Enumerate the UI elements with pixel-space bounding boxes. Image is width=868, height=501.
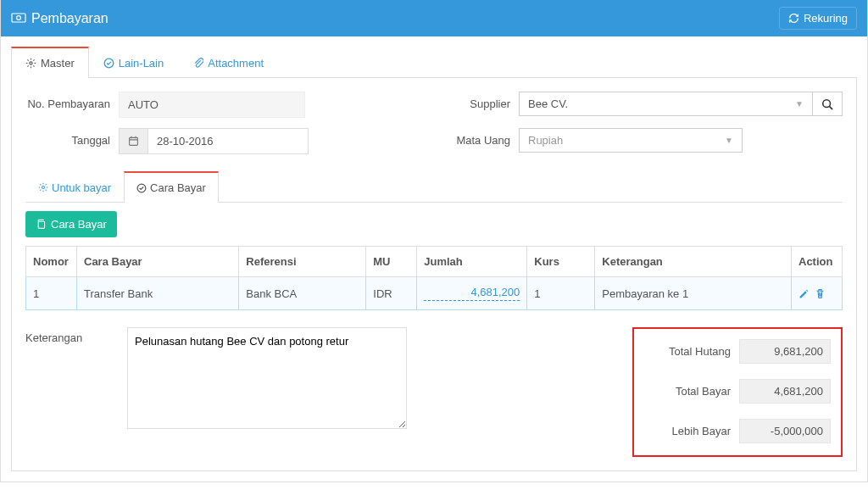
mata-uang-select[interactable]: Rupiah ▼ [519,128,743,153]
svg-rect-5 [130,137,138,145]
chevron-down-icon: ▼ [795,99,804,109]
sub-tab-untuk-bayar[interactable]: Untuk bayar [25,171,124,203]
pencil-icon [798,288,810,299]
sub-tab-cara-bayar[interactable]: Cara Bayar [124,171,219,203]
supplier-select[interactable]: Bee CV. ▼ [519,92,813,116]
page-title: Pembayaran [11,11,108,26]
col-referensi: Referensi [239,247,366,277]
svg-rect-0 [12,14,25,22]
check-icon [136,183,147,193]
tab-lain-lain[interactable]: Lain-Lain [89,47,179,78]
trash-icon [815,288,826,299]
lebih-bayar-value: -5,000,000 [739,419,831,443]
svg-rect-8 [38,221,44,228]
svg-point-1 [17,15,21,19]
date-picker-button[interactable] [119,128,147,154]
total-bayar-value: 4,681,200 [739,379,831,404]
cara-bayar-table: Nomor Cara Bayar Referensi MU Jumlah Kur… [25,246,843,310]
payment-panel: Pembayaran Rekuring Master Lain-Lain [0,0,868,482]
delete-button[interactable] [815,288,826,299]
refresh-icon [788,13,799,24]
svg-point-4 [823,99,831,107]
col-cara-bayar: Cara Bayar [77,247,239,277]
copy-icon [36,219,47,230]
col-kurs: Kurs [527,247,595,277]
calendar-icon [128,136,139,147]
total-hutang-value: 9,681,200 [739,339,831,364]
totals-box: Total Hutang 9,681,200 Total Bayar 4,681… [632,327,843,457]
no-pembayaran-input [119,92,305,118]
col-keterangan: Keterangan [595,247,792,277]
supplier-label: Supplier [442,92,510,110]
mata-uang-label: Mata Uang [442,128,510,147]
table-row[interactable]: 1 Transfer Bank Bank BCA IDR 4,681,200 1… [26,277,843,310]
total-bayar-label: Total Bayar [646,385,731,398]
search-icon [821,98,833,110]
main-tabs: Master Lain-Lain Attachment [11,47,857,78]
cell-mu: IDR [366,277,417,310]
cell-jumlah[interactable]: 4,681,200 [417,277,527,310]
col-action: Action [792,247,843,277]
check-icon [103,58,114,69]
no-pembayaran-label: No. Pembayaran [25,92,110,110]
col-mu: MU [366,247,417,277]
panel-header: Pembayaran Rekuring [1,0,867,36]
cell-referensi: Bank BCA [239,277,366,310]
tanggal-input[interactable] [147,128,309,154]
svg-point-2 [30,62,32,64]
gear-icon [25,58,36,69]
cell-cara-bayar: Transfer Bank [77,277,239,310]
chevron-down-icon: ▼ [725,136,733,145]
sub-tabs: Untuk bayar Cara Bayar [25,171,843,203]
svg-point-6 [42,186,45,189]
cell-kurs: 1 [527,277,595,310]
panel-body: Master Lain-Lain Attachment No. Pembayar… [1,36,867,482]
paperclip-icon [192,58,203,69]
money-icon [11,13,26,25]
rekuring-button[interactable]: Rekuring [779,7,857,30]
total-hutang-label: Total Hutang [646,345,731,358]
tanggal-label: Tanggal [25,128,110,147]
col-nomor: Nomor [26,247,77,277]
cell-keterangan: Pembayaran ke 1 [595,277,792,310]
supplier-search-button[interactable] [813,92,843,116]
lebih-bayar-label: Lebih Bayar [646,425,731,437]
gear-icon [38,182,48,192]
keterangan-textarea[interactable] [127,327,407,429]
master-content: No. Pembayaran Supplier Bee CV. ▼ [11,78,857,471]
add-cara-bayar-button[interactable]: Cara Bayar [25,211,117,237]
col-jumlah: Jumlah [417,247,527,277]
keterangan-label: Keterangan [25,327,110,344]
edit-button[interactable] [798,288,810,299]
tab-master[interactable]: Master [11,47,89,78]
cell-nomor: 1 [26,277,77,310]
tab-attachment[interactable]: Attachment [178,47,278,78]
